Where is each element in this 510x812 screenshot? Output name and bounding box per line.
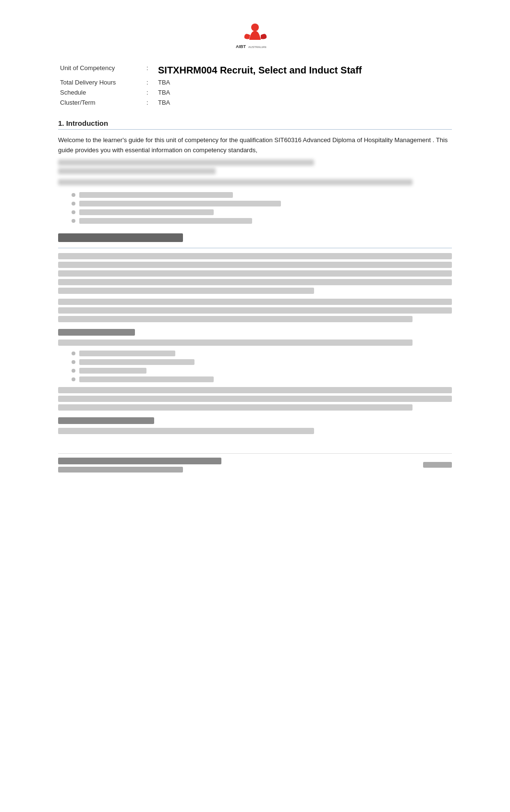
blurred-text-1 bbox=[58, 159, 452, 174]
unit-label: Unit of Competency bbox=[58, 63, 145, 77]
blurred-bullet-item-2 bbox=[72, 201, 452, 206]
logo-area: AIBT AUSTRALIAN bbox=[58, 19, 452, 49]
page-container: AIBT AUSTRALIAN Unit of Competency : SIT… bbox=[49, 0, 461, 494]
section2-heading-blurred bbox=[58, 233, 183, 242]
hours-row: Total Delivery Hours : TBA bbox=[58, 77, 452, 87]
hours-value: TBA bbox=[156, 77, 452, 87]
blurred-bullet-item-1 bbox=[72, 192, 452, 198]
section1-heading: 1. Introduction bbox=[58, 119, 452, 130]
schedule-value: TBA bbox=[156, 87, 452, 97]
hours-label: Total Delivery Hours bbox=[58, 77, 145, 87]
blurred-bullet-item-4 bbox=[72, 218, 452, 224]
blurred-bullet2-item-3 bbox=[72, 368, 452, 374]
section2-para2 bbox=[58, 299, 452, 322]
blurred-bullet-list bbox=[58, 192, 452, 224]
svg-point-0 bbox=[251, 24, 259, 31]
blurred-bullet2-item-4 bbox=[72, 376, 452, 382]
unit-colon: : bbox=[145, 63, 156, 77]
cluster-label: Cluster/Term bbox=[58, 97, 145, 108]
blurred-subheading-1 bbox=[58, 329, 452, 336]
blurred-bullet2-item-1 bbox=[72, 351, 452, 356]
schedule-label: Schedule bbox=[58, 87, 145, 97]
footer-right bbox=[423, 462, 452, 470]
cluster-colon: : bbox=[145, 97, 156, 108]
svg-text:AIBT: AIBT bbox=[236, 44, 246, 48]
hours-colon: : bbox=[145, 77, 156, 87]
intro-paragraph: Welcome to the learner's guide for this … bbox=[58, 135, 452, 156]
svg-text:AUSTRALIAN: AUSTRALIAN bbox=[248, 46, 267, 48]
blurred-subheading-2 bbox=[58, 417, 452, 424]
blurred-bullet-list-2 bbox=[58, 351, 452, 382]
section2-para3 bbox=[58, 339, 452, 346]
section2-heading-area bbox=[58, 233, 452, 248]
cluster-row: Cluster/Term : TBA bbox=[58, 97, 452, 108]
cluster-value: TBA bbox=[156, 97, 452, 108]
blurred-text-2 bbox=[58, 179, 452, 185]
section2-para5 bbox=[58, 428, 452, 434]
schedule-row: Schedule : TBA bbox=[58, 87, 452, 97]
blurred-bullet-item-3 bbox=[72, 209, 452, 215]
schedule-colon: : bbox=[145, 87, 156, 97]
section2-para4 bbox=[58, 387, 452, 411]
footer-left bbox=[58, 458, 221, 475]
info-table: Unit of Competency : SITXHRM004 Recruit,… bbox=[58, 63, 452, 108]
blurred-bullet2-item-2 bbox=[72, 359, 452, 365]
section2-para1 bbox=[58, 253, 452, 294]
footer bbox=[58, 453, 452, 475]
logo-icon: AIBT AUSTRALIAN bbox=[231, 19, 279, 48]
unit-value: SITXHRM004 Recruit, Select and Induct St… bbox=[156, 63, 452, 77]
unit-row: Unit of Competency : SITXHRM004 Recruit,… bbox=[58, 63, 452, 77]
